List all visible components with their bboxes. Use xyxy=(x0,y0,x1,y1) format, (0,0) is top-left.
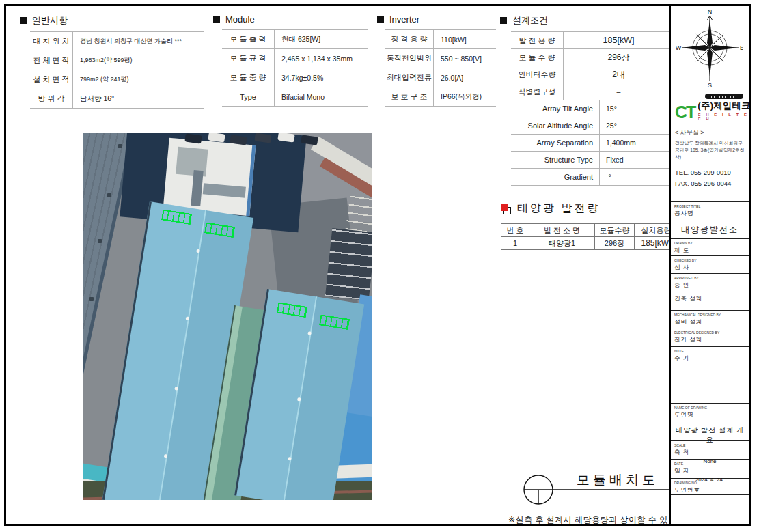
rooftop-equipment xyxy=(203,183,246,197)
table-row: Type Bifacial Mono xyxy=(222,87,368,107)
row-label: 최대입력전류 xyxy=(385,68,434,87)
company-address: 경상남도 창원특례시 마산회원구 공단로 185, 3층(영가빌딩제2호청사) xyxy=(675,140,745,161)
generation-title-text: 태양광 발전량 xyxy=(517,201,600,216)
section-module: Module 모 듈 출 력 현대 625[W] 모 듈 규 격 2,465 x… xyxy=(213,14,370,107)
row-value: 2,465 x 1,134 x 35mm xyxy=(275,49,368,68)
design-table-1: 발 전 용 량 185[kW] 모 듈 수 량 296장 인버터수량 2대 직병… xyxy=(511,31,674,100)
bullet-square-icon xyxy=(500,17,507,24)
titleblock-mechanical: MECHANICAL DESIGNED BY 설비 설계 xyxy=(671,311,749,328)
row-label: Type xyxy=(222,87,275,106)
bullet-square-icon xyxy=(377,16,384,23)
compass-e-label: E xyxy=(740,44,743,51)
row-value: 현대 625[W] xyxy=(275,30,368,48)
compass-s-label: S xyxy=(708,82,712,88)
cell-plant-name: 태양광1 xyxy=(529,237,594,249)
company-contact: TEL. 055-299-0010 FAX. 055-296-0044 xyxy=(675,167,745,189)
section-general-header: 일반사항 xyxy=(20,14,206,27)
row-value: 110[kW] xyxy=(434,30,496,48)
row-value: 550 ~ 850[V] xyxy=(434,49,496,68)
company-name-en: C H E I L T E C H xyxy=(698,113,750,121)
site-aerial-map xyxy=(83,133,372,500)
titleblock-project: PROJECT TITEL 공사명 태양광발전소 xyxy=(671,202,749,239)
row-label: 전 체 면 적 xyxy=(30,51,73,70)
compass-section: N S E W xyxy=(671,6,749,89)
row-value: 26.0[A] xyxy=(434,68,496,87)
compass-w-label: W xyxy=(676,44,682,51)
aerial-white-building xyxy=(163,138,256,216)
titleblock-architecture: 건축 설계 xyxy=(671,292,749,311)
section-inverter-header: Inverter xyxy=(377,14,499,25)
column-header: 발 전 소 명 xyxy=(529,224,594,236)
drawing-label: 모듈배치도 xyxy=(515,471,682,510)
table-row: Solar Altitude Angle 25° xyxy=(511,117,674,135)
row-label: 인버터수량 xyxy=(511,66,564,83)
company-section: CT (주)제일테크 C H E I L T E C H < 사무실 > 경상남… xyxy=(671,89,749,202)
row-value: 799m2 (약 241평) xyxy=(73,70,204,89)
section-design-title: 설계조건 xyxy=(512,14,548,27)
section-design-header: 설계조건 xyxy=(500,14,675,27)
parking-lines xyxy=(346,195,372,234)
row-label: 모 듈 중 량 xyxy=(222,68,275,87)
compass-n-label: N xyxy=(708,8,713,15)
titleblock-electrical: ELECTRICAL DESIGNED BY 전기 설계 xyxy=(671,328,749,347)
row-label: 보 호 구 조 xyxy=(385,87,434,106)
sheet-border: 일반사항 대 지 위 치 경남 창원시 의창구 대산면 가술리 *** 전 체 … xyxy=(4,4,751,526)
table-row: 정 격 용 량 110[kW] xyxy=(385,30,496,49)
table-header-row: 번 호 발 전 소 명 모듈수량 설치용량 xyxy=(501,224,678,236)
row-label: Gradient xyxy=(511,169,600,185)
note-text: ※실측 후 설계시 해당용량과 상이할 수 있음. xyxy=(416,514,679,526)
titleblock-empty xyxy=(671,495,749,524)
row-label: 정 격 용 량 xyxy=(385,30,434,48)
row-label: 직병렬구성 xyxy=(511,83,564,100)
row-label: Array Tilt Angle xyxy=(511,100,600,117)
table-row: Array Tilt Angle 15° xyxy=(511,100,674,117)
inverter-table: 정 격 용 량 110[kW] 동작전압범위 550 ~ 850[V] 최대입력… xyxy=(385,29,496,107)
drawing-sheet: 일반사항 대 지 위 치 경남 창원시 의창구 대산면 가술리 *** 전 체 … xyxy=(0,0,759,532)
titleblock-drawing-no: DRAWING NO 도면번호 xyxy=(671,479,749,495)
row-value: 185[kW] xyxy=(564,32,674,48)
bullet-square-icon xyxy=(20,17,27,24)
design-table-2: Array Tilt Angle 15° Solar Altitude Angl… xyxy=(511,100,674,186)
cell-module-count: 296장 xyxy=(594,237,634,249)
column-header: 번 호 xyxy=(501,224,529,236)
aerial-dark-structure xyxy=(325,228,372,300)
table-row: 전 체 면 적 1,983m2(약 599평) xyxy=(30,51,204,70)
fax-number: FAX. 055-296-0044 xyxy=(675,180,731,187)
roof-vent xyxy=(118,144,122,148)
row-value: 2대 xyxy=(564,66,674,83)
titleblock-drawn-by: DRAWN BY 제 도 xyxy=(671,239,749,256)
titleblock-drawing-name: NAME OF DRAWING 도면명 태양광 발전 설계 개요 xyxy=(671,404,749,441)
row-value: Bifacial Mono xyxy=(275,87,368,106)
company-logo: CT (주)제일테크 C H E I L T E C H xyxy=(675,94,745,121)
table-row: 동작전압범위 550 ~ 850[V] xyxy=(385,49,496,68)
table-row: 최대입력전류 26.0[A] xyxy=(385,68,496,87)
titleblock-scale: SCALE 축 척 None xyxy=(671,441,749,460)
table-row: 보 호 구 조 IP66(옥외형) xyxy=(385,87,496,107)
title-block-sidebar: N S E W CT (주)제일테크 C H E I L T E C H < 사… xyxy=(669,6,749,524)
row-value: -° xyxy=(600,169,674,185)
row-label: 발 전 용 량 xyxy=(511,32,564,48)
table-row: 설 치 면 적 799m2 (약 241평) xyxy=(30,70,204,89)
row-label: 모 듈 규 격 xyxy=(222,49,275,68)
section-module-title: Module xyxy=(225,14,255,25)
table-row: Structure Type Fixed xyxy=(511,152,674,169)
row-value: 25° xyxy=(600,117,674,134)
bullet-square-icon xyxy=(213,16,220,23)
table-row: 대 지 위 치 경남 창원시 의창구 대산면 가술리 *** xyxy=(30,32,204,51)
project-title-value: 태양광발전소 xyxy=(674,224,745,236)
red-square-icon xyxy=(501,204,510,214)
row-label: 모 듈 수 량 xyxy=(511,49,564,66)
address-line-2: 공단로 185, 3층(영가빌딩제2호청사) xyxy=(675,148,745,159)
office-label: < 사무실 > xyxy=(675,128,745,137)
company-logo-ct: CT xyxy=(675,104,695,121)
section-design: 설계조건 발 전 용 량 185[kW] 모 듈 수 량 296장 인버터수량 … xyxy=(500,14,675,186)
row-value: 1,983m2(약 599평) xyxy=(73,51,204,70)
row-value: 15° xyxy=(600,100,674,117)
module-table: 모 듈 출 력 현대 625[W] 모 듈 규 격 2,465 x 1,134 … xyxy=(222,29,368,107)
table-row: 직병렬구성 – xyxy=(511,83,674,100)
row-value: 남서향 16° xyxy=(73,89,204,108)
table-row: 모 듈 수 량 296장 xyxy=(511,49,674,66)
address-line-1: 경상남도 창원특례시 마산회원구 xyxy=(675,141,743,145)
titleblock-note: NOTE 주 기 xyxy=(671,347,749,404)
drawing-title: 모듈배치도 xyxy=(577,471,659,489)
